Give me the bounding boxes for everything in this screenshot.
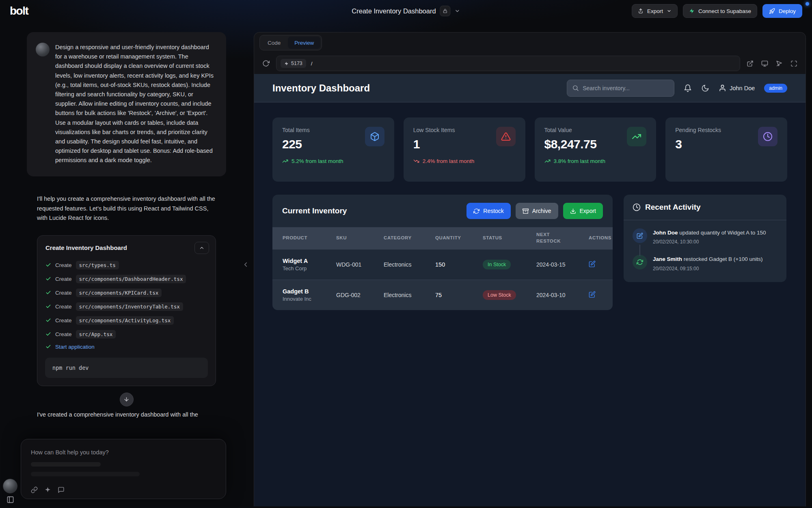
column-header: Next Restock <box>536 232 566 244</box>
product-name: Widget A <box>283 258 336 264</box>
title-chevron-down-icon[interactable] <box>455 8 460 14</box>
bulk-actions: Restock Archive <box>466 203 603 219</box>
scroll-to-bottom-button[interactable] <box>120 393 134 406</box>
ghost-suggestion-bar <box>31 472 140 476</box>
bolt-window: bolt Create Inventory Dashboard Export <box>0 0 812 508</box>
step-file[interactable]: src/types.ts <box>76 261 119 269</box>
chat-collapse-chevron-left-icon[interactable] <box>242 261 249 268</box>
table-row[interactable]: Gadget B Innovate Inc GDG-002 Electronic… <box>272 280 613 310</box>
privacy-lock-badge[interactable] <box>440 6 451 16</box>
inventory-search[interactable] <box>567 80 674 97</box>
step-file[interactable]: src/components/ActivityLog.tsx <box>76 316 174 325</box>
activity-action: updated quantity of Widget A to 150 <box>679 230 766 236</box>
address-bar[interactable]: 5173 / <box>276 56 740 71</box>
reload-icon[interactable] <box>262 60 270 67</box>
activity-time: 20/02/2024, 09:15:00 <box>653 266 763 271</box>
status-badge: In Stock <box>483 260 511 269</box>
check-icon <box>45 331 51 337</box>
project-title: Create Inventory Dashboard <box>352 7 436 15</box>
step-file[interactable]: src/components/KPICard.tsx <box>76 289 162 297</box>
export-chevron-down-icon <box>667 9 672 13</box>
artifact-header: Create Inventory Dashboard <box>37 236 216 258</box>
attach-link-icon[interactable] <box>31 486 38 493</box>
step-action: Create <box>55 290 72 296</box>
terminal-command: npm run dev <box>45 358 208 378</box>
cell-quantity[interactable]: 150 <box>435 261 483 268</box>
user-menu[interactable]: John Doe <box>719 84 755 92</box>
deploy-label: Deploy <box>779 8 796 14</box>
kpi-label: Pending Restocks <box>675 127 721 133</box>
deploy-button[interactable]: Deploy <box>762 4 802 18</box>
url-path: / <box>311 61 313 67</box>
kpi-trend-text: 5.2% from last month <box>292 158 343 164</box>
archive-icon <box>523 208 529 214</box>
sidebar-toggle-icon[interactable] <box>6 496 14 504</box>
chat-composer[interactable]: How can Bolt help you today? <box>21 439 226 499</box>
kpi-value: $8,247.75 <box>544 137 597 151</box>
assistant-followup-text: I've created a comprehensive inventory d… <box>37 411 225 418</box>
bolt-logo[interactable]: bolt <box>10 4 28 17</box>
export-button[interactable]: Export <box>632 4 678 18</box>
step-file[interactable]: src/components/DashboardHeader.tsx <box>76 275 186 283</box>
cell-next-restock: 2024-03-10 <box>536 292 589 298</box>
check-icon <box>45 344 51 350</box>
inspect-element-icon[interactable] <box>776 60 783 67</box>
topbar: bolt Create Inventory Dashboard Export <box>0 0 812 22</box>
chat-mode-icon[interactable] <box>58 486 65 493</box>
enhance-sparkle-icon[interactable] <box>44 486 51 493</box>
composer-placeholder[interactable]: How can Bolt help you today? <box>31 449 216 456</box>
responsive-devices-icon[interactable] <box>761 60 768 67</box>
bell-icon[interactable] <box>684 84 692 92</box>
activity-action: restocked Gadget B (+100 units) <box>684 256 763 262</box>
activity-item: John Doe updated quantity of Widget A to… <box>633 228 777 245</box>
artifact-step: Create src/components/InventoryTable.tsx <box>45 302 207 311</box>
search-input[interactable] <box>583 85 669 91</box>
check-icon <box>45 276 51 282</box>
step-file[interactable]: src/App.tsx <box>76 330 116 339</box>
lock-icon <box>443 9 448 13</box>
edit-row-button[interactable] <box>589 261 596 267</box>
composer-toolbar <box>31 486 65 493</box>
user-message: Design a responsive and user-friendly in… <box>27 32 226 176</box>
search-icon <box>572 85 579 91</box>
artifact-collapse-button[interactable] <box>194 242 209 254</box>
dark-mode-moon-icon[interactable] <box>701 84 709 92</box>
restock-button[interactable]: Restock <box>466 203 511 219</box>
product-supplier: Tech Corp <box>283 265 336 271</box>
ghost-suggestion-bar <box>31 462 101 467</box>
tab-code[interactable]: Code <box>261 37 287 49</box>
share-icon <box>638 8 644 14</box>
step-file[interactable]: src/components/InventoryTable.tsx <box>76 302 183 311</box>
table-row[interactable]: Widget A Tech Corp WDG-001 Electronics 1… <box>272 249 613 280</box>
alert-triangle-icon <box>496 127 516 146</box>
export-inventory-label: Export <box>580 208 596 214</box>
start-application-link[interactable]: Start application <box>55 344 95 350</box>
trend-down-icon <box>413 158 419 164</box>
activity-item: Jane Smith restocked Gadget B (+100 unit… <box>633 255 777 271</box>
export-inventory-button[interactable]: Export <box>563 203 603 219</box>
connect-supabase-button[interactable]: Connect to Supabase <box>683 4 757 18</box>
edit-row-button[interactable] <box>589 291 596 298</box>
column-header: Quantity <box>435 235 483 241</box>
inventory-title: Current Inventory <box>282 206 347 215</box>
user-avatar <box>36 43 50 56</box>
project-title-group[interactable]: Create Inventory Dashboard <box>352 0 460 22</box>
app-header: Inventory Dashboard <box>254 74 806 102</box>
port-badge[interactable]: 5173 <box>281 59 306 68</box>
tab-preview[interactable]: Preview <box>288 37 320 49</box>
download-icon <box>570 208 576 214</box>
status-badge: Low Stock <box>483 290 516 300</box>
workbench-panel: Code Preview 5173 / <box>254 32 806 506</box>
kpi-card-total-value: Total Value $8,247.75 3.8% from las <box>535 117 657 182</box>
fullscreen-icon[interactable] <box>790 60 797 67</box>
cell-category: Electronics <box>384 292 435 298</box>
column-header: Status <box>483 235 536 241</box>
recent-activity-card: Recent Activity John Doe <box>624 195 786 282</box>
artifact-step: Create src/components/KPICard.tsx <box>45 289 207 297</box>
cell-quantity[interactable]: 75 <box>435 292 483 298</box>
user-icon <box>719 84 726 92</box>
open-external-icon[interactable] <box>747 60 754 67</box>
profile-avatar[interactable] <box>3 479 17 493</box>
archive-button[interactable]: Archive <box>516 203 558 219</box>
column-header: Actions <box>589 235 613 241</box>
